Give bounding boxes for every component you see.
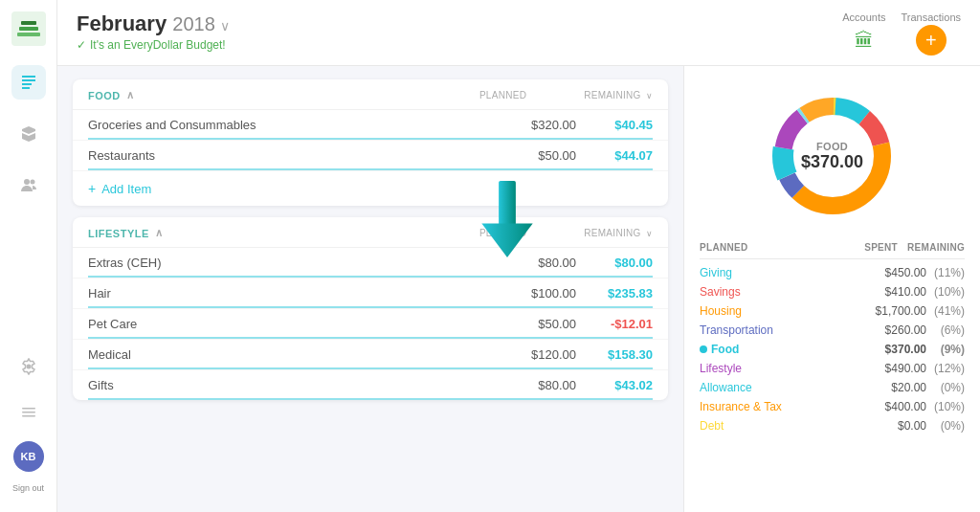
summary-header: PLANNED SPENT REMAINING	[700, 242, 965, 259]
svg-rect-2	[19, 27, 38, 31]
add-item-row[interactable]: + Add Item	[73, 171, 668, 206]
lifestyle-category: LIFESTYLE ∧	[88, 227, 163, 239]
sidebar-nav	[11, 65, 46, 349]
right-panel: FOOD $370.00 PLANNED SPENT REMAINING Giv…	[683, 66, 980, 512]
sidebar: KB Sign out	[0, 0, 57, 512]
lifestyle-row-5[interactable]: Gifts $80.00 $43.02	[73, 370, 668, 400]
plus-icon: +	[88, 181, 96, 196]
svg-point-6	[26, 365, 31, 369]
check-icon: ✓	[77, 38, 86, 52]
svg-rect-1	[17, 33, 40, 36]
donut-wrapper: FOOD $370.00	[766, 89, 900, 223]
summary-row-allowance[interactable]: Allowance $20.00 (0%)	[700, 378, 965, 397]
summary-row-debt[interactable]: Debt $0.00 (0%)	[700, 416, 965, 435]
svg-rect-7	[22, 408, 35, 410]
row-underline	[88, 168, 653, 170]
food-dot	[700, 345, 707, 353]
logo[interactable]	[11, 11, 46, 50]
donut-chart: FOOD $370.00	[700, 81, 965, 231]
content: FOOD ∧ PLANNED REMAINING ∨ Groceries and…	[57, 66, 980, 512]
collapse-icon[interactable]: ∧	[126, 89, 135, 101]
food-section: FOOD ∧ PLANNED REMAINING ∨ Groceries and…	[73, 79, 668, 206]
year-chevron[interactable]: 2018 ∨	[172, 13, 230, 34]
food-col-headers: PLANNED REMAINING ∨	[479, 90, 653, 100]
svg-rect-3	[21, 21, 36, 25]
row-underline	[88, 398, 653, 400]
sidebar-bottom: KB Sign out	[11, 349, 46, 493]
add-icon[interactable]: +	[916, 25, 947, 56]
main: February 2018 ∨ ✓ It's an EveryDollar Bu…	[57, 0, 980, 512]
summary-row-giving[interactable]: Giving $450.00 (11%)	[700, 263, 965, 282]
summary-row-housing[interactable]: Housing $1,700.00 (41%)	[700, 301, 965, 321]
collapse-icon[interactable]: ∧	[155, 227, 164, 239]
lifestyle-row-1[interactable]: Extras (CEH) $80.00 $80.00	[73, 248, 668, 278]
svg-point-5	[30, 180, 34, 185]
accounts-nav[interactable]: Accounts 🏛	[842, 11, 885, 56]
food-category: FOOD ∧	[88, 89, 134, 101]
header-right: Accounts 🏛 Transactions +	[842, 11, 961, 56]
chevron-down-icon: ∨	[220, 18, 230, 33]
sidebar-item-gear[interactable]	[11, 395, 46, 430]
remaining-chevron-icon: ∨	[646, 91, 653, 100]
sidebar-item-budget[interactable]	[11, 65, 46, 100]
summary-row-food[interactable]: Food $370.00 (9%)	[700, 340, 965, 359]
lifestyle-row-4[interactable]: Medical $120.00 $158.30	[73, 340, 668, 370]
subtitle: ✓ It's an EveryDollar Budget!	[77, 38, 230, 52]
svg-point-4	[24, 179, 30, 185]
donut-label: FOOD $370.00	[801, 141, 863, 172]
summary-row-savings[interactable]: Savings $410.00 (10%)	[700, 282, 965, 301]
row-underline	[88, 306, 653, 308]
food-row-2[interactable]: Restaurants $50.00 $44.07	[73, 141, 668, 171]
sidebar-item-box[interactable]	[11, 117, 46, 151]
summary-row-lifestyle[interactable]: Lifestyle $490.00 (12%)	[700, 359, 965, 378]
row-underline	[88, 138, 653, 140]
sidebar-item-people[interactable]	[11, 168, 46, 203]
budget-area: FOOD ∧ PLANNED REMAINING ∨ Groceries and…	[57, 66, 683, 512]
food-header: FOOD ∧ PLANNED REMAINING ∨	[73, 79, 668, 110]
sign-out-label[interactable]: Sign out	[12, 483, 44, 493]
lifestyle-section: LIFESTYLE ∧ PLANNED REMAINING ∨ Extras (…	[73, 217, 668, 400]
lifestyle-row-2[interactable]: Hair $100.00 $235.83	[73, 278, 668, 309]
lifestyle-row-3[interactable]: Pet Care $50.00 -$12.01	[73, 309, 668, 340]
header: February 2018 ∨ ✓ It's an EveryDollar Bu…	[57, 0, 980, 66]
remaining-chevron-icon: ∨	[646, 229, 653, 238]
row-underline	[88, 276, 653, 278]
row-underline	[88, 367, 653, 369]
sidebar-item-settings[interactable]	[11, 349, 46, 384]
row-underline	[88, 337, 653, 339]
lifestyle-col-headers: PLANNED REMAINING ∨	[479, 228, 653, 238]
svg-rect-8	[22, 412, 35, 413]
header-left: February 2018 ∨ ✓ It's an EveryDollar Bu…	[77, 11, 230, 52]
summary-table: PLANNED SPENT REMAINING Giving $450.00 (…	[700, 242, 965, 435]
summary-row-transport[interactable]: Transportation $260.00 (6%)	[700, 321, 965, 340]
lifestyle-header: LIFESTYLE ∧ PLANNED REMAINING ∨	[73, 217, 668, 248]
avatar[interactable]: KB	[13, 441, 44, 472]
page-title: February 2018 ∨	[77, 11, 230, 36]
summary-row-insurance[interactable]: Insurance & Tax $400.00 (10%)	[700, 397, 965, 416]
transactions-nav[interactable]: Transactions +	[901, 11, 961, 56]
food-row-1[interactable]: Groceries and Consummables $320.00 $40.4…	[73, 110, 668, 141]
svg-rect-9	[22, 415, 35, 417]
bank-icon: 🏛	[849, 25, 880, 56]
